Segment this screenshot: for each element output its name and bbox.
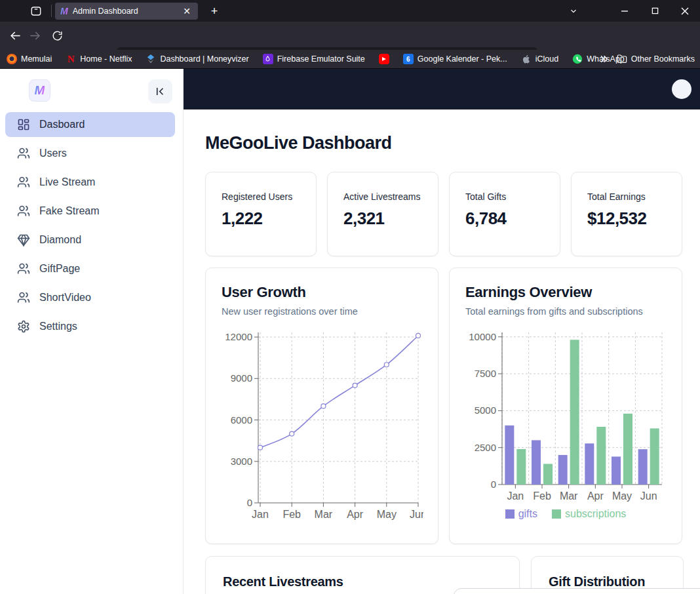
sidebar-item-label: GiftPage — [39, 263, 80, 275]
stat-value: 1,222 — [222, 208, 300, 229]
browser-tab-bar: M Admin Dashboard ✕ + — [0, 0, 700, 22]
svg-text:0: 0 — [491, 479, 496, 490]
stat-card: Total Earnings$12,532 — [571, 172, 682, 256]
legend-swatch — [505, 509, 515, 519]
sidebar: M DasboardUsersLive StreamFake StreamDia… — [0, 69, 184, 594]
stat-label: Total Earnings — [587, 191, 666, 204]
bookmark-label: Dashboard | Moneyvizer — [160, 54, 248, 64]
browser-tab[interactable]: M Admin Dashboard ✕ — [55, 3, 198, 20]
bookmark-moneyvizer[interactable]: Dashboard | Moneyvizer — [146, 54, 248, 64]
browser-toolbar: localhost:5173/dashboard — [0, 22, 700, 50]
user-growth-card: User Growth New user registrations over … — [205, 267, 438, 544]
sidebar-item-fake-stream[interactable]: Fake Stream — [5, 199, 175, 224]
stat-label: Active Livestreams — [343, 191, 422, 204]
card-title: Gift Distribution — [549, 574, 666, 589]
firefox-view-icon[interactable] — [28, 3, 45, 19]
list-all-tabs-icon[interactable] — [565, 3, 582, 19]
svg-text:Jan: Jan — [252, 509, 269, 520]
svg-text:12000: 12000 — [225, 331, 252, 342]
sidebar-item-label: Dasboard — [39, 119, 85, 130]
svg-text:Jan: Jan — [507, 490, 524, 502]
sidebar-item-diamond[interactable]: Diamond — [5, 228, 175, 252]
stat-label: Registered Users — [222, 191, 300, 204]
sidebar-item-users[interactable]: Users — [5, 141, 175, 166]
dashboard-icon — [17, 118, 30, 131]
user-growth-line-chart: 030006000900012000JanFebMarAprMayJun — [222, 327, 423, 532]
sidebar-item-label: ShortVideo — [39, 292, 91, 304]
page-header — [184, 69, 700, 109]
stat-value: 2,321 — [343, 208, 422, 229]
tab-close-icon[interactable]: ✕ — [181, 6, 193, 16]
sidebar-item-label: Diamond — [39, 234, 81, 246]
charts-row: User Growth New user registrations over … — [205, 267, 682, 544]
page-title: MeGooLive Dashboard — [205, 133, 392, 153]
sidebar-item-label: Fake Stream — [39, 205, 100, 217]
stat-card: Registered Users1,222 — [205, 172, 317, 256]
avatar[interactable] — [672, 79, 691, 99]
collapse-icon — [154, 85, 166, 98]
bookmarks-overflow-icon[interactable] — [598, 54, 609, 64]
svg-text:Jun: Jun — [410, 509, 423, 520]
stat-label: Total Gifts — [465, 191, 544, 204]
bookmarks-bar: MemulaiNHome - NetflixDashboard | Moneyv… — [0, 50, 700, 69]
bookmark-label: Memulai — [21, 54, 52, 64]
chart-title: User Growth — [222, 284, 422, 301]
bookmark-label: Firebase Emulator Suite — [277, 54, 365, 64]
web-page: M DasboardUsersLive StreamFake StreamDia… — [0, 69, 700, 594]
back-icon[interactable] — [5, 26, 25, 46]
svg-text:0: 0 — [247, 497, 252, 508]
sidebar-nav: DasboardUsersLive StreamFake StreamDiamo… — [5, 112, 175, 339]
legend-swatch — [552, 509, 561, 519]
svg-text:May: May — [612, 490, 632, 502]
bookmark-label: iCloud — [535, 54, 558, 64]
bookmark-netflix[interactable]: NHome - Netflix — [66, 54, 132, 64]
window-controls — [610, 0, 700, 22]
overlay-panel — [454, 588, 700, 594]
close-button[interactable] — [670, 0, 700, 22]
new-tab-button[interactable]: + — [206, 3, 223, 20]
svg-text:Mar: Mar — [315, 509, 333, 520]
sidebar-collapse-button[interactable] — [148, 79, 172, 104]
other-bookmarks-button[interactable]: Other Bookmarks — [617, 54, 695, 64]
sidebar-item-giftpage[interactable]: GiftPage — [5, 256, 175, 281]
legend-label: subscriptions — [565, 508, 626, 520]
bookmark-apple[interactable]: iCloud — [521, 54, 558, 64]
sidebar-item-label: Settings — [39, 321, 77, 332]
sidebar-item-shortvideo[interactable]: ShortVideo — [5, 285, 175, 310]
forward-icon[interactable] — [25, 26, 45, 46]
sidebar-item-settings[interactable]: Settings — [5, 314, 175, 339]
minimize-button[interactable] — [610, 0, 640, 22]
diamond-icon — [17, 233, 30, 247]
bookmark-firebase[interactable]: Firebase Emulator Suite — [263, 54, 365, 64]
svg-text:7500: 7500 — [475, 368, 496, 379]
bookmark-gcal[interactable]: 6Google Kalender - Pek... — [403, 54, 507, 64]
svg-text:6000: 6000 — [231, 414, 252, 426]
svg-text:May: May — [377, 509, 397, 520]
sidebar-item-label: Live Stream — [39, 176, 95, 188]
svg-text:3000: 3000 — [231, 456, 252, 467]
svg-text:Jun: Jun — [640, 490, 657, 502]
app-logo: M — [29, 79, 50, 102]
maximize-button[interactable] — [640, 0, 670, 22]
stats-row: Registered Users1,222Active Livestreams2… — [205, 172, 682, 256]
sidebar-item-live-stream[interactable]: Live Stream — [5, 170, 175, 195]
bookmark-youtube[interactable] — [379, 54, 389, 64]
stat-value: 6,784 — [465, 208, 544, 229]
svg-text:10000: 10000 — [469, 331, 496, 342]
card-title: Recent Livestreams — [223, 574, 502, 589]
stat-card: Total Gifts6,784 — [449, 172, 560, 256]
bookmark-firefox[interactable]: Memulai — [7, 54, 52, 64]
settings-icon — [17, 320, 30, 333]
earnings-overview-card: Earnings Overview Total earnings from gi… — [449, 267, 682, 544]
svg-text:Feb: Feb — [282, 509, 301, 520]
tab-title: Admin Dashboard — [73, 7, 177, 16]
screen: { "browser": { "tab_title": "Admin Dashb… — [0, 0, 700, 594]
chart-title: Earnings Overview — [465, 284, 666, 301]
chart-subtitle: New user registrations over time — [222, 306, 422, 317]
chart-subtitle: Total earnings from gifts and subscripti… — [465, 306, 666, 317]
sidebar-item-dasboard[interactable]: Dasboard — [5, 112, 175, 137]
reload-icon[interactable] — [47, 26, 67, 46]
svg-text:Apr: Apr — [587, 490, 604, 502]
sidebar-item-label: Users — [39, 148, 67, 159]
chart-legend: giftssubscriptions — [465, 508, 666, 520]
